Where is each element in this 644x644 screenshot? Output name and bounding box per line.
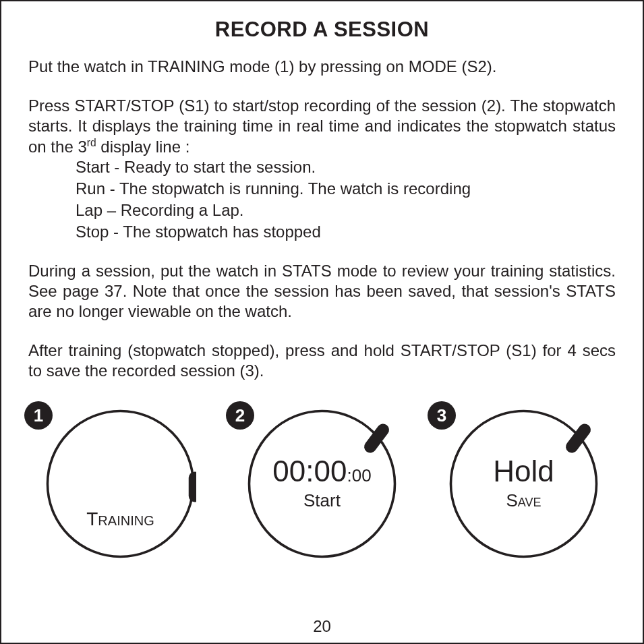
- status-run: Run - The stopwatch is running. The watc…: [76, 179, 616, 199]
- body-text: Put the watch in TRAINING mode (1) by pr…: [28, 57, 616, 381]
- paragraph-1: Put the watch in TRAINING mode (1) by pr…: [28, 57, 616, 77]
- dial-1-content: Training: [45, 408, 196, 560]
- page-title: RECORD A SESSION: [28, 18, 616, 42]
- dial-2-wrap: 2 00:00:00 Start: [233, 408, 411, 563]
- dial-1: Training: [45, 408, 196, 560]
- ordinal-sup: rd: [87, 137, 96, 148]
- dial-2-time: 00:00:00: [272, 457, 371, 486]
- dial-3-main: Hold: [493, 457, 554, 486]
- diagram-row: 1 Training 2 00:0: [28, 408, 616, 563]
- dial-3-content: Hold Save: [448, 408, 599, 560]
- dial-3-wrap: 3 Hold Save: [434, 408, 613, 563]
- status-start: Start - Ready to start the session.: [76, 157, 616, 177]
- paragraph-2b: display line :: [96, 138, 190, 156]
- manual-page: RECORD A SESSION Put the watch in TRAINI…: [0, 0, 644, 644]
- paragraph-4: After training (stopwatch stopped), pres…: [28, 341, 616, 381]
- dial-1-label: Training: [86, 508, 154, 530]
- dial-3: Hold Save: [448, 408, 599, 560]
- dial-2-time-main: 00:00: [272, 455, 347, 488]
- dial-3-label: Save: [506, 490, 541, 511]
- dial-2-time-sec: :00: [347, 465, 371, 486]
- dial-2-content: 00:00:00 Start: [246, 408, 398, 560]
- dial-2: 00:00:00 Start: [246, 408, 398, 560]
- page-number: 20: [1, 617, 643, 636]
- dial-2-label: Start: [303, 490, 341, 511]
- paragraph-3: During a session, put the watch in STATS…: [28, 261, 616, 322]
- status-lap: Lap – Recording a Lap.: [76, 200, 616, 221]
- status-list: Start - Ready to start the session. Run …: [28, 157, 616, 242]
- status-stop: Stop - The stopwatch has stopped: [76, 222, 616, 242]
- dial-1-wrap: 1 Training: [31, 408, 210, 563]
- paragraph-2: Press START/STOP (S1) to start/stop reco…: [28, 96, 616, 157]
